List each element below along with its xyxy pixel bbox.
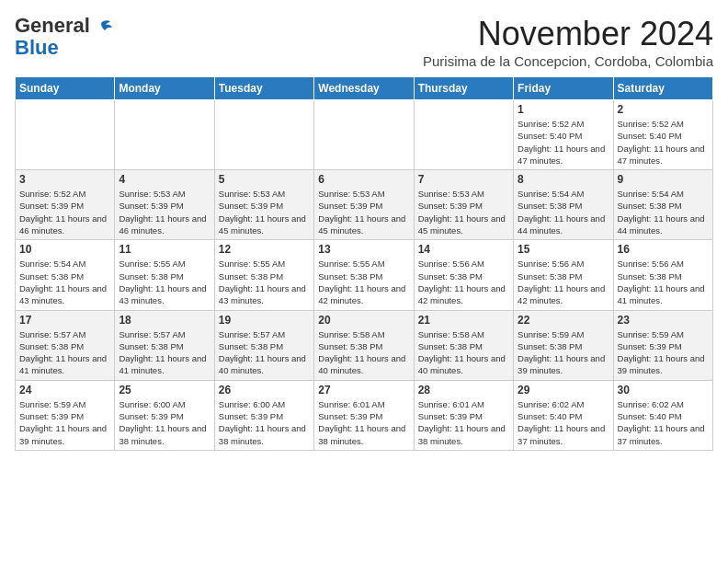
day-info: Sunrise: 5:53 AM Sunset: 5:39 PM Dayligh… <box>318 188 409 236</box>
calendar-cell: 26Sunrise: 6:00 AM Sunset: 5:39 PM Dayli… <box>214 380 313 450</box>
weekday-header-sunday: Sunday <box>16 77 115 100</box>
calendar-cell: 30Sunrise: 6:02 AM Sunset: 5:40 PM Dayli… <box>613 380 712 450</box>
calendar-cell: 12Sunrise: 5:55 AM Sunset: 5:38 PM Dayli… <box>214 240 313 310</box>
calendar-cell: 28Sunrise: 6:01 AM Sunset: 5:39 PM Dayli… <box>414 380 513 450</box>
day-number: 22 <box>518 314 609 327</box>
day-number: 13 <box>318 243 409 256</box>
location-subtitle: Purisima de la Concepcion, Cordoba, Colo… <box>423 53 713 69</box>
day-number: 24 <box>19 384 110 396</box>
day-number: 23 <box>618 314 709 327</box>
day-info: Sunrise: 5:54 AM Sunset: 5:38 PM Dayligh… <box>518 188 609 236</box>
calendar-cell <box>414 100 513 170</box>
day-number: 12 <box>219 243 310 256</box>
weekday-header-wednesday: Wednesday <box>314 77 414 100</box>
day-number: 10 <box>19 243 110 256</box>
day-info: Sunrise: 5:52 AM Sunset: 5:39 PM Dayligh… <box>19 188 110 236</box>
calendar-cell: 18Sunrise: 5:57 AM Sunset: 5:38 PM Dayli… <box>115 310 214 380</box>
calendar-cell: 17Sunrise: 5:57 AM Sunset: 5:38 PM Dayli… <box>16 310 115 380</box>
day-number: 9 <box>618 173 709 186</box>
calendar-cell: 21Sunrise: 5:58 AM Sunset: 5:38 PM Dayli… <box>414 310 513 380</box>
calendar-cell: 14Sunrise: 5:56 AM Sunset: 5:38 PM Dayli… <box>414 240 513 310</box>
calendar-cell: 25Sunrise: 6:00 AM Sunset: 5:39 PM Dayli… <box>115 380 214 450</box>
day-info: Sunrise: 5:54 AM Sunset: 5:38 PM Dayligh… <box>19 258 110 306</box>
calendar-cell: 20Sunrise: 5:58 AM Sunset: 5:38 PM Dayli… <box>314 310 414 380</box>
calendar-cell <box>214 100 313 170</box>
calendar-cell <box>314 100 414 170</box>
calendar-cell: 9Sunrise: 5:54 AM Sunset: 5:38 PM Daylig… <box>613 170 712 240</box>
day-info: Sunrise: 5:54 AM Sunset: 5:38 PM Dayligh… <box>618 188 709 236</box>
day-number: 25 <box>119 384 210 396</box>
weekday-header-friday: Friday <box>514 77 613 100</box>
calendar-cell: 22Sunrise: 5:59 AM Sunset: 5:38 PM Dayli… <box>514 310 613 380</box>
week-row-2: 3Sunrise: 5:52 AM Sunset: 5:39 PM Daylig… <box>16 170 713 240</box>
day-number: 7 <box>418 173 509 186</box>
day-info: Sunrise: 6:01 AM Sunset: 5:39 PM Dayligh… <box>418 398 509 447</box>
day-info: Sunrise: 5:52 AM Sunset: 5:40 PM Dayligh… <box>518 118 609 167</box>
calendar-cell: 13Sunrise: 5:55 AM Sunset: 5:38 PM Dayli… <box>314 240 414 310</box>
day-info: Sunrise: 5:52 AM Sunset: 5:40 PM Dayligh… <box>618 118 709 167</box>
weekday-header-saturday: Saturday <box>613 77 712 100</box>
day-info: Sunrise: 5:55 AM Sunset: 5:38 PM Dayligh… <box>318 258 409 306</box>
day-info: Sunrise: 5:55 AM Sunset: 5:38 PM Dayligh… <box>119 258 210 306</box>
day-number: 14 <box>418 243 509 256</box>
day-number: 1 <box>518 103 609 116</box>
day-number: 20 <box>318 314 409 327</box>
day-number: 15 <box>518 243 609 256</box>
day-info: Sunrise: 5:55 AM Sunset: 5:38 PM Dayligh… <box>219 258 310 306</box>
calendar-cell: 11Sunrise: 5:55 AM Sunset: 5:38 PM Dayli… <box>115 240 214 310</box>
day-info: Sunrise: 5:59 AM Sunset: 5:38 PM Dayligh… <box>518 328 609 377</box>
calendar-cell: 7Sunrise: 5:53 AM Sunset: 5:39 PM Daylig… <box>414 170 513 240</box>
calendar-cell: 19Sunrise: 5:57 AM Sunset: 5:38 PM Dayli… <box>214 310 313 380</box>
day-number: 6 <box>318 173 409 186</box>
calendar-cell: 15Sunrise: 5:56 AM Sunset: 5:38 PM Dayli… <box>514 240 613 310</box>
calendar-cell: 6Sunrise: 5:53 AM Sunset: 5:39 PM Daylig… <box>314 170 414 240</box>
calendar-cell: 23Sunrise: 5:59 AM Sunset: 5:39 PM Dayli… <box>613 310 712 380</box>
day-number: 29 <box>518 384 609 396</box>
month-title: November 2024 <box>423 15 713 53</box>
calendar-cell: 27Sunrise: 6:01 AM Sunset: 5:39 PM Dayli… <box>314 380 414 450</box>
day-number: 26 <box>219 384 310 396</box>
day-info: Sunrise: 5:59 AM Sunset: 5:39 PM Dayligh… <box>19 398 110 447</box>
day-info: Sunrise: 5:59 AM Sunset: 5:39 PM Dayligh… <box>618 328 709 377</box>
calendar-cell <box>16 100 115 170</box>
weekday-header-row: SundayMondayTuesdayWednesdayThursdayFrid… <box>16 77 713 100</box>
logo-general-text: General <box>15 14 90 37</box>
week-row-3: 10Sunrise: 5:54 AM Sunset: 5:38 PM Dayli… <box>16 240 713 310</box>
day-number: 3 <box>19 173 110 186</box>
day-info: Sunrise: 5:56 AM Sunset: 5:38 PM Dayligh… <box>618 258 709 306</box>
day-info: Sunrise: 5:53 AM Sunset: 5:39 PM Dayligh… <box>119 188 210 236</box>
day-number: 18 <box>119 314 210 327</box>
day-info: Sunrise: 5:58 AM Sunset: 5:38 PM Dayligh… <box>318 328 409 377</box>
day-number: 17 <box>19 314 110 327</box>
calendar-cell: 5Sunrise: 5:53 AM Sunset: 5:39 PM Daylig… <box>214 170 313 240</box>
calendar-table: SundayMondayTuesdayWednesdayThursdayFrid… <box>15 76 713 451</box>
day-info: Sunrise: 5:57 AM Sunset: 5:38 PM Dayligh… <box>219 328 310 377</box>
week-row-1: 1Sunrise: 5:52 AM Sunset: 5:40 PM Daylig… <box>16 100 713 170</box>
calendar-cell: 4Sunrise: 5:53 AM Sunset: 5:39 PM Daylig… <box>115 170 214 240</box>
day-info: Sunrise: 6:01 AM Sunset: 5:39 PM Dayligh… <box>318 398 409 447</box>
day-number: 5 <box>219 173 310 186</box>
day-number: 30 <box>618 384 709 396</box>
weekday-header-thursday: Thursday <box>414 77 513 100</box>
day-info: Sunrise: 5:53 AM Sunset: 5:39 PM Dayligh… <box>219 188 310 236</box>
logo-bird-icon <box>92 19 112 45</box>
day-info: Sunrise: 5:56 AM Sunset: 5:38 PM Dayligh… <box>418 258 509 306</box>
day-info: Sunrise: 6:02 AM Sunset: 5:40 PM Dayligh… <box>618 398 709 447</box>
title-block: November 2024 Purisima de la Concepcion,… <box>423 15 713 69</box>
day-info: Sunrise: 5:57 AM Sunset: 5:38 PM Dayligh… <box>19 328 110 377</box>
calendar-cell: 2Sunrise: 5:52 AM Sunset: 5:40 PM Daylig… <box>613 100 712 170</box>
day-info: Sunrise: 5:57 AM Sunset: 5:38 PM Dayligh… <box>119 328 210 377</box>
day-number: 11 <box>119 243 210 256</box>
weekday-header-tuesday: Tuesday <box>214 77 313 100</box>
calendar-cell: 8Sunrise: 5:54 AM Sunset: 5:38 PM Daylig… <box>514 170 613 240</box>
logo: General Blue <box>15 15 112 59</box>
page-header: General Blue November 2024 Purisima de l… <box>15 15 713 69</box>
day-number: 2 <box>618 103 709 116</box>
weekday-header-monday: Monday <box>115 77 214 100</box>
week-row-5: 24Sunrise: 5:59 AM Sunset: 5:39 PM Dayli… <box>16 380 713 450</box>
day-info: Sunrise: 6:00 AM Sunset: 5:39 PM Dayligh… <box>219 398 310 447</box>
day-info: Sunrise: 5:53 AM Sunset: 5:39 PM Dayligh… <box>418 188 509 236</box>
day-info: Sunrise: 6:02 AM Sunset: 5:40 PM Dayligh… <box>518 398 609 447</box>
day-number: 27 <box>318 384 409 396</box>
day-info: Sunrise: 6:00 AM Sunset: 5:39 PM Dayligh… <box>119 398 210 447</box>
